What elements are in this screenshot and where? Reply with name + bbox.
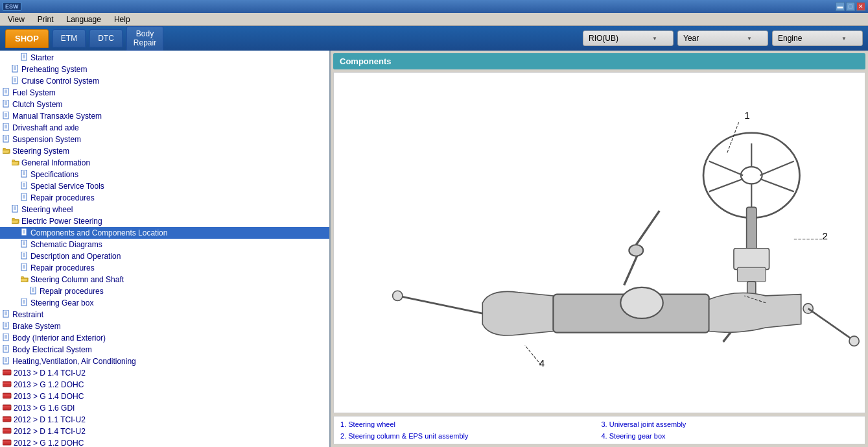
- version-item-v2012-d11-tci-u2[interactable]: 2012 > D 1.1 TCI-U2: [0, 414, 329, 426]
- tab-etm[interactable]: ETM: [53, 29, 86, 47]
- version-icon: [3, 392, 12, 401]
- svg-rect-98: [3, 405, 11, 410]
- menu-print[interactable]: Print: [35, 14, 56, 25]
- tree-item-body-int[interactable]: Body (Interior and Exterior): [0, 332, 329, 344]
- menu-view[interactable]: View: [5, 14, 27, 25]
- tree-item-general-info[interactable]: General Information: [0, 157, 329, 169]
- tree-item-starter[interactable]: Starter: [0, 52, 329, 64]
- tree-icon-page: [12, 205, 19, 214]
- tree-icon-page: [3, 333, 10, 343]
- tree-item-steering-col[interactable]: Steering Column and Shaft: [0, 274, 329, 285]
- tree-item-repair-proc-eps[interactable]: Repair procedures: [0, 262, 329, 274]
- tree-item-desc-op[interactable]: Description and Operation: [0, 250, 329, 262]
- tree-item-body-elec[interactable]: Body Electrical System: [0, 344, 329, 356]
- right-panel: Components 1 2 3 4: [331, 51, 868, 447]
- tab-shop[interactable]: SHOP: [5, 29, 49, 48]
- svg-rect-102: [3, 428, 11, 433]
- tree-label-driveshaft: Driveshaft and axle: [12, 123, 79, 132]
- legend-item-3: 3. Universal joint assembly: [600, 419, 860, 429]
- svg-rect-48: [21, 228, 27, 236]
- tree-item-driveshaft[interactable]: Driveshaft and axle: [0, 122, 329, 134]
- menu-help[interactable]: Help: [111, 14, 133, 25]
- svg-rect-16: [3, 100, 8, 107]
- tree-item-steering-wheel[interactable]: Steering wheel: [0, 204, 329, 215]
- svg-rect-24: [3, 123, 8, 130]
- version-item-v2013-g14-dohc[interactable]: 2013 > G 1.4 DOHC: [0, 391, 329, 402]
- tree-icon-page: [21, 263, 29, 272]
- tree-item-steering[interactable]: Steering System: [0, 145, 329, 157]
- tree-icon-page: [21, 240, 29, 249]
- tree-item-brake[interactable]: Brake System: [0, 320, 329, 332]
- title-bar-controls: ▬ □ ✕: [836, 2, 865, 11]
- tree-item-preheating[interactable]: Preheating System: [0, 64, 329, 75]
- menu-language[interactable]: Language: [64, 14, 103, 25]
- minimize-button[interactable]: ▬: [836, 2, 845, 11]
- svg-rect-0: [21, 53, 27, 60]
- tree-label-fuel: Fuel System: [12, 88, 56, 97]
- maximize-button[interactable]: □: [846, 2, 855, 11]
- tree-item-fuel[interactable]: Fuel System: [0, 87, 329, 99]
- model-dropdown[interactable]: RIO(UB): [583, 30, 674, 46]
- steering-gear-diagram: [393, 211, 860, 346]
- version-label: 2012 > D 1.1 TCI-U2: [14, 415, 86, 424]
- title-bar-left: ESW: [3, 2, 21, 11]
- version-item-v2012-g12-dohc[interactable]: 2012 > G 1.2 DOHC: [0, 437, 329, 447]
- svg-text:4: 4: [539, 357, 545, 368]
- legend-num: 2.: [340, 432, 348, 440]
- tab-dtc[interactable]: DTC: [89, 29, 123, 47]
- svg-point-135: [849, 336, 859, 346]
- tree-label-manual: Manual Transaxle System: [12, 112, 102, 121]
- diagram-svg: 1 2 3 4: [334, 73, 865, 413]
- tree-item-components-loc[interactable]: Components and Components Location: [0, 227, 329, 239]
- tab-body-repair[interactable]: BodyRepair: [126, 26, 163, 51]
- tree-item-suspension[interactable]: Suspension System: [0, 134, 329, 145]
- tree-icon-page: [21, 228, 29, 237]
- legend-area: 1. Steering wheel3. Universal joint asse…: [333, 416, 865, 444]
- title-bar: ESW ▬ □ ✕: [0, 0, 868, 13]
- svg-line-136: [624, 253, 639, 285]
- legend-item-4: 4. Steering gear box: [600, 431, 860, 441]
- legend-text: Steering gear box: [609, 432, 666, 440]
- version-item-v2013-g12-dohc[interactable]: 2013 > G 1.2 DOHC: [0, 379, 329, 391]
- tree-item-special-service[interactable]: Special Service Tools: [0, 180, 329, 192]
- svg-rect-52: [21, 240, 27, 247]
- svg-rect-72: [3, 310, 8, 317]
- tree-label-eps: Electric Power Steering: [21, 217, 102, 226]
- tree-item-repair-proc-col[interactable]: Repair procedures: [0, 285, 329, 297]
- svg-point-132: [620, 287, 663, 319]
- tree-label-desc-op: Description and Operation: [30, 252, 121, 261]
- tree-item-restraint[interactable]: Restraint: [0, 309, 329, 320]
- tree-icon-page: [21, 182, 29, 191]
- tree-label-repair-proc-eps: Repair procedures: [30, 263, 95, 272]
- tree-item-specifications[interactable]: Specifications: [0, 169, 329, 180]
- version-label: 2013 > G 1.2 DOHC: [14, 380, 84, 389]
- version-item-v2013-d14-tci-u2[interactable]: 2013 > D 1.4 TCI-U2: [0, 367, 329, 379]
- tree-icon-page: [3, 345, 10, 354]
- tree-item-hvac[interactable]: Heating,Ventilation, Air Conditioning: [0, 356, 329, 367]
- version-item-v2012-d14-tci-u2[interactable]: 2012 > D 1.4 TCI-U2: [0, 426, 329, 437]
- tree-container[interactable]: StarterPreheating SystemCruise Control S…: [0, 51, 329, 447]
- tree-icon-page: [3, 310, 10, 319]
- tree-item-eps[interactable]: Electric Power Steering: [0, 215, 329, 227]
- year-dropdown[interactable]: Year: [677, 30, 768, 46]
- tree-icon-page: [3, 357, 10, 366]
- tree-label-repair-proc-col: Repair procedures: [40, 287, 104, 296]
- tree-item-repair-proc-gen[interactable]: Repair procedures: [0, 192, 329, 204]
- version-label: 2013 > G 1.4 DOHC: [14, 392, 84, 401]
- tree-item-schematic[interactable]: Schematic Diagrams: [0, 239, 329, 250]
- svg-rect-60: [21, 263, 27, 271]
- version-icon: [3, 415, 12, 424]
- svg-rect-56: [21, 252, 27, 259]
- tree-label-starter: Starter: [30, 53, 54, 62]
- version-item-v2013-g16-gdi[interactable]: 2013 > G 1.6 GDI: [0, 402, 329, 414]
- tree-item-manual[interactable]: Manual Transaxle System: [0, 110, 329, 122]
- close-button[interactable]: ✕: [856, 2, 865, 11]
- tree-item-clutch[interactable]: Clutch System: [0, 99, 329, 110]
- tree-item-steering-gear[interactable]: Steering Gear box: [0, 297, 329, 309]
- svg-rect-44: [12, 205, 18, 212]
- engine-dropdown[interactable]: Engine: [772, 30, 863, 46]
- tree-item-cruise[interactable]: Cruise Control System: [0, 75, 329, 87]
- svg-line-134: [808, 309, 851, 339]
- tree-label-clutch: Clutch System: [12, 100, 62, 109]
- svg-line-129: [397, 296, 482, 313]
